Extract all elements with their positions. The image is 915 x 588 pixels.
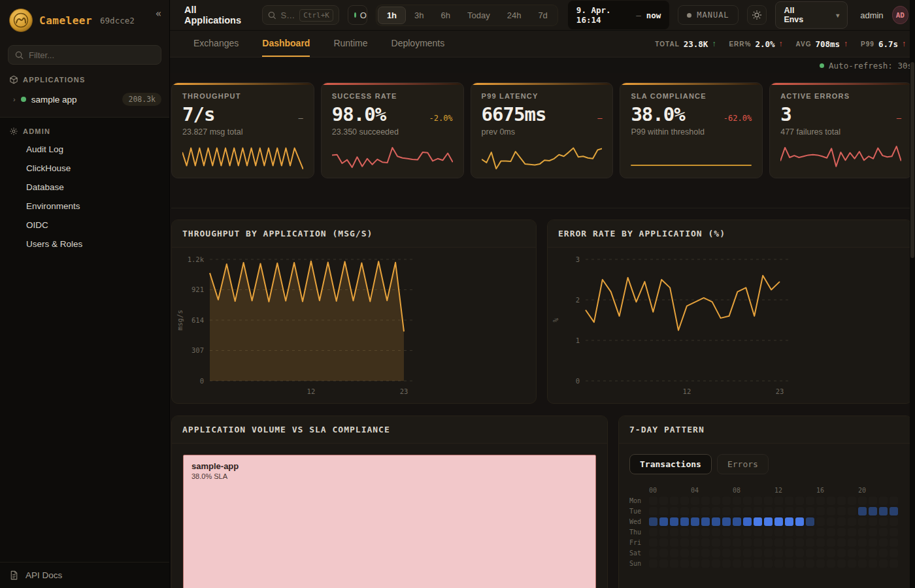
date-separator: – <box>636 10 641 20</box>
heatmap-cell <box>670 538 678 547</box>
time-range-today[interactable]: Today <box>459 7 499 24</box>
time-range-1h[interactable]: 1h <box>378 7 406 24</box>
env-select-value: All Envs <box>784 6 810 24</box>
panel-throughput-by-application: THROUGHPUT BY APPLICATION (MSG/S) 030761… <box>171 220 537 404</box>
theme-toggle-button[interactable] <box>747 5 767 25</box>
manual-mode-button[interactable]: MANUAL <box>678 5 738 25</box>
heatmap-cell <box>733 559 741 568</box>
treemap-cell-sample-app[interactable]: sample-app 38.0% SLA <box>183 455 596 588</box>
stat-total: TOTAL23.8K↑ <box>655 39 716 49</box>
sidebar: Cameleer 69dcce2 « Filter... APPLICATION… <box>0 0 170 588</box>
sidebar-item-users-roles[interactable]: Users & Roles <box>0 235 169 253</box>
heatmap-cell <box>701 549 710 557</box>
summary-stats: TOTAL23.8K↑ERR%2.0%↑AVG708ms↑P996.7s↑ <box>655 31 910 57</box>
heatmap-cell <box>649 507 657 515</box>
svg-text:307: 307 <box>191 346 204 354</box>
heatmap-hour-label: 16 <box>816 487 827 494</box>
heatmap-cell <box>774 507 783 515</box>
heatmap-cell <box>659 517 668 526</box>
heatmap-cell <box>848 497 856 505</box>
kpi-sparkline <box>482 144 603 171</box>
heatmap-cell <box>649 538 657 547</box>
sidebar-item-clickhouse[interactable]: ClickHouse <box>0 159 169 178</box>
auto-refresh-label: Auto-refresh: 30s <box>829 61 912 71</box>
heatmap-cell <box>754 497 762 505</box>
heatmap-cell <box>869 528 877 536</box>
time-range-3h[interactable]: 3h <box>406 7 432 24</box>
heatmap-cell <box>774 528 783 536</box>
heatmap-cell <box>827 549 835 557</box>
heatmap-cell <box>764 507 773 515</box>
heatmap-cell <box>670 549 678 557</box>
time-range-24h[interactable]: 24h <box>499 7 530 24</box>
heatmap-cell <box>827 528 835 536</box>
heatmap-cell <box>774 559 783 568</box>
heatmap-cell <box>691 559 699 568</box>
treemap-body: sample-app 38.0% SLA <box>172 444 607 588</box>
sidebar-item-sample-app[interactable]: › sample app 208.3k <box>0 88 169 110</box>
sidebar-item-oidc[interactable]: OIDC <box>0 216 169 235</box>
global-search-input[interactable]: S… Ctrl+K <box>262 5 339 25</box>
panel-title: ERROR RATE BY APPLICATION (%) <box>548 220 912 248</box>
kpi-value-row: 7/s– <box>182 103 303 125</box>
stat-err: ERR%2.0%↑ <box>729 39 782 49</box>
heatmap-cell <box>869 538 877 547</box>
heatmap-cell <box>795 507 804 515</box>
sidebar-item-audit-log[interactable]: Audit Log <box>0 140 169 159</box>
app-logo-icon <box>9 8 33 32</box>
time-range-6h[interactable]: 6h <box>433 7 459 24</box>
svg-text:0: 0 <box>576 377 580 385</box>
kpi-card-success-rate: SUCCESS RATE98.0%-2.0%23.350 succeeded <box>321 82 464 178</box>
heatmap-cell <box>701 517 710 526</box>
heatmap-cell <box>879 528 888 536</box>
date-range-picker[interactable]: 9. Apr. 16:14 – now <box>568 1 669 29</box>
filter-placeholder: Filter... <box>29 50 54 60</box>
heatmap-cell <box>837 517 846 526</box>
heatmap-cell <box>680 497 689 505</box>
heatmap-cell <box>827 507 835 515</box>
search-shortcut-kbd: Ctrl+K <box>299 9 333 22</box>
heatmap-cell <box>848 538 856 547</box>
admin-section-header: ADMIN <box>0 118 169 140</box>
heatmap-cell <box>806 517 814 526</box>
tab-runtime[interactable]: Runtime <box>333 31 367 57</box>
sidebar-item-environments[interactable]: Environments <box>0 197 169 216</box>
search-placeholder: S… <box>281 10 295 20</box>
sidebar-item-database[interactable]: Database <box>0 178 169 197</box>
heatmap-cell <box>869 549 877 557</box>
scrollbar-thumb[interactable] <box>910 62 914 258</box>
heatmap-cell <box>691 528 699 536</box>
sidebar-item-api-docs[interactable]: API Docs <box>0 562 169 588</box>
online-label: O <box>360 10 367 20</box>
sidebar-filter-input[interactable]: Filter... <box>8 45 161 65</box>
app-version: 69dcce2 <box>100 16 135 25</box>
manual-label: MANUAL <box>697 10 729 20</box>
error-rate-chart: 01231223% <box>548 248 912 403</box>
heatmap-cell <box>869 497 877 505</box>
svg-text:12: 12 <box>307 387 316 395</box>
tab-deployments[interactable]: Deployments <box>391 31 445 57</box>
heatmap-day-label: Tue <box>629 507 649 515</box>
sun-icon <box>752 10 762 20</box>
env-select[interactable]: All Envs ▾ <box>775 1 848 29</box>
heatmap-cell <box>680 559 689 568</box>
pattern-toggle-errors[interactable]: Errors <box>717 454 769 474</box>
heatmap-cell <box>764 517 773 526</box>
svg-text:2: 2 <box>576 296 580 304</box>
heatmap-cell <box>869 517 877 526</box>
heatmap-cell <box>691 497 699 505</box>
chevron-right-icon[interactable]: › <box>13 95 16 103</box>
panel-7-day-pattern: 7-DAY PATTERN TransactionsErrors 0004081… <box>618 416 912 588</box>
tab-dashboard[interactable]: Dashboard <box>262 31 310 57</box>
pattern-toggle-transactions[interactable]: Transactions <box>629 454 712 474</box>
online-indicator-toggle[interactable]: O <box>348 5 367 25</box>
avatar[interactable]: AD <box>892 6 908 24</box>
package-icon <box>9 75 18 84</box>
heatmap-day-label: Fri <box>629 538 649 547</box>
kpi-title: SLA COMPLIANCE <box>631 92 752 100</box>
time-range-7d[interactable]: 7d <box>529 7 556 24</box>
sidebar-collapse-button[interactable]: « <box>156 8 161 20</box>
admin-items-list: Audit LogClickHouseDatabaseEnvironmentsO… <box>0 140 169 253</box>
tab-exchanges[interactable]: Exchanges <box>193 31 239 57</box>
heatmap-cell <box>795 559 804 568</box>
